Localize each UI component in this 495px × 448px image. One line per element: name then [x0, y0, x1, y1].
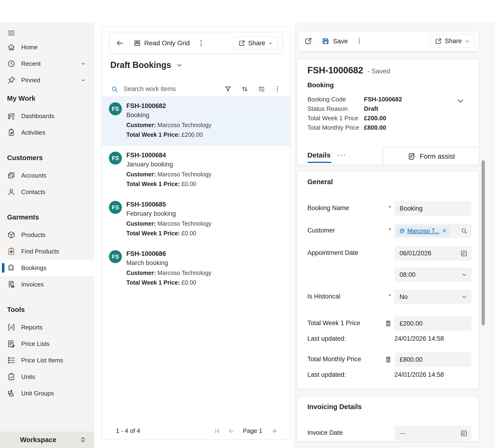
multiselect-icon[interactable]: [258, 85, 265, 93]
record-summary: Booking Code FSH-1000682 Status Reason D…: [307, 95, 402, 132]
appointment-date-input[interactable]: 06/01/2026: [394, 246, 471, 261]
chevron-down-icon: [461, 294, 468, 300]
customer-label: Customer:: [126, 171, 156, 178]
field-label-total-week1-price: Total Week 1 Price: [307, 320, 385, 327]
find-products-icon: [7, 247, 15, 256]
field-label-invoice-date: Invoice Date: [307, 429, 385, 436]
sidebar-item-contacts[interactable]: Contacts: [0, 184, 94, 200]
chevron-down-icon[interactable]: [80, 61, 86, 67]
field-label-booking-name: Booking Name: [307, 204, 385, 212]
search-more-button[interactable]: [275, 85, 280, 93]
price-value: £0.00: [181, 230, 196, 237]
sidebar-item-home[interactable]: Home: [0, 39, 94, 56]
total-monthly-price-value: £800.00: [399, 356, 423, 363]
sidebar-item-label: Products: [21, 231, 45, 239]
calendar-icon[interactable]: [460, 250, 468, 257]
sidebar-item-accounts[interactable]: Accounts: [0, 167, 94, 184]
list-item[interactable]: FS FSH-1000684 January booking Customer:…: [102, 146, 290, 195]
workspace-label: Workspace: [0, 436, 56, 444]
customer-value: Marcoso Technology: [157, 171, 211, 178]
customer-lookup-field[interactable]: Marcoso T...: [394, 224, 471, 238]
booking-name-input[interactable]: Booking: [394, 201, 471, 216]
sidebar-item-products[interactable]: Products: [0, 227, 94, 243]
booking-customer: Customer: Marcoso Technology: [126, 269, 286, 276]
toolbar-divider: [318, 36, 318, 47]
record-id: FSH-1000682: [307, 65, 363, 75]
sidebar-item-activities[interactable]: Activities: [0, 124, 94, 141]
sidebar-item-price-lists[interactable]: Price Lists: [0, 336, 94, 352]
form-assist-button[interactable]: Form assist: [383, 148, 479, 165]
sort-icon[interactable]: [241, 85, 248, 93]
toolbar-divider: [129, 38, 130, 49]
sidebar-item-recent[interactable]: Recent: [0, 56, 94, 72]
lookup-search-icon[interactable]: [461, 227, 468, 234]
sidebar-item-price-list-items[interactable]: Price List Items: [0, 352, 94, 368]
dashboards-icon: [7, 112, 15, 120]
search-input[interactable]: Search work items: [124, 85, 176, 93]
form-more-commands-button[interactable]: [355, 36, 364, 47]
calculator-icon: [385, 320, 392, 327]
list-item[interactable]: FS FSH-1000685 February booking Customer…: [102, 195, 290, 245]
price-label: Total Week 1 Price:: [126, 181, 180, 187]
back-button[interactable]: [114, 37, 126, 49]
sidebar-item-unit-groups[interactable]: Unit Groups: [0, 385, 94, 402]
list-share-button[interactable]: Share: [233, 37, 278, 50]
summary-label: Booking Code: [307, 96, 364, 103]
pagination-bar: 1 - 4 of 4 Page 1: [102, 422, 290, 439]
back-arrow-icon: [116, 39, 124, 47]
remove-customer-icon[interactable]: [442, 228, 447, 233]
chevron-down-icon: [268, 41, 273, 46]
customer-lookup-pill[interactable]: Marcoso T...: [396, 226, 450, 236]
is-historical-dropdown[interactable]: No: [394, 290, 471, 304]
sidebar-item-pinned[interactable]: Pinned: [0, 72, 94, 88]
share-label: Share: [445, 38, 462, 45]
first-page-button[interactable]: [214, 427, 221, 434]
booking-name: February booking: [126, 210, 286, 217]
save-button[interactable]: Save: [322, 37, 348, 45]
record-title-row: FSH-1000682 - Saved: [307, 65, 390, 75]
units-icon: [7, 373, 15, 381]
customer-label: Customer:: [126, 220, 156, 227]
sidebar-item-units[interactable]: Units: [0, 368, 94, 385]
customer-label: Customer:: [126, 269, 156, 276]
total-week1-price-input[interactable]: £200.00: [394, 316, 471, 331]
list-item[interactable]: FS FSH-1000682 Booking Customer: Marcoso…: [102, 97, 290, 146]
sidebar-item-bookings[interactable]: Bookings: [0, 260, 94, 276]
price-list-items-icon: [7, 356, 15, 364]
avatar: FS: [109, 152, 122, 165]
view-mode-label[interactable]: Read Only Grid: [144, 39, 190, 47]
sidebar-item-label: Unit Groups: [21, 390, 54, 397]
workspace-switcher[interactable]: Workspace: [0, 432, 94, 448]
sidebar-item-label: Price List Items: [21, 357, 63, 364]
list-item[interactable]: FS FSH-1000686 March booking Customer: M…: [102, 245, 290, 294]
form-share-button[interactable]: Share: [430, 35, 475, 48]
view-selector[interactable]: Draft Bookings: [110, 60, 183, 70]
next-page-button[interactable]: [270, 427, 277, 434]
previous-page-button[interactable]: [228, 427, 235, 434]
chevron-down-icon[interactable]: [80, 77, 86, 83]
collapse-header-chevron[interactable]: [456, 97, 465, 105]
sidebar-item-dashboards[interactable]: Dashboards: [0, 108, 94, 124]
draft-bookings-panel: Read Only Grid Share Draft Bookings Sear…: [102, 27, 290, 439]
section-title: General: [307, 178, 333, 186]
invoice-date-input[interactable]: ---: [394, 426, 471, 440]
avatar: FS: [109, 102, 122, 115]
customer-link[interactable]: Marcoso T...: [407, 227, 439, 234]
appointment-time-dropdown[interactable]: 08:00: [394, 267, 471, 282]
popout-button[interactable]: [302, 35, 314, 47]
sidebar-item-find-products[interactable]: Find Products: [0, 243, 94, 260]
sidebar-item-label: Recent: [21, 60, 41, 68]
filter-icon[interactable]: [224, 85, 232, 93]
hamburger-icon: [7, 29, 15, 37]
form-assist-icon: [408, 152, 416, 161]
total-monthly-price-input[interactable]: £800.00: [394, 352, 471, 367]
form-scrollbar[interactable]: [481, 160, 485, 325]
more-tabs-button[interactable]: ···: [337, 151, 346, 159]
sidebar-item-reports[interactable]: Reports: [0, 319, 94, 336]
calendar-icon[interactable]: [460, 429, 468, 437]
sidebar-item-invoices[interactable]: Invoices: [0, 276, 94, 293]
tab-details[interactable]: Details: [307, 151, 330, 159]
field-label-appointment-date: Appointment Date: [307, 249, 385, 256]
list-more-commands-button[interactable]: [196, 38, 206, 49]
menu-toggle-button[interactable]: [0, 27, 94, 39]
